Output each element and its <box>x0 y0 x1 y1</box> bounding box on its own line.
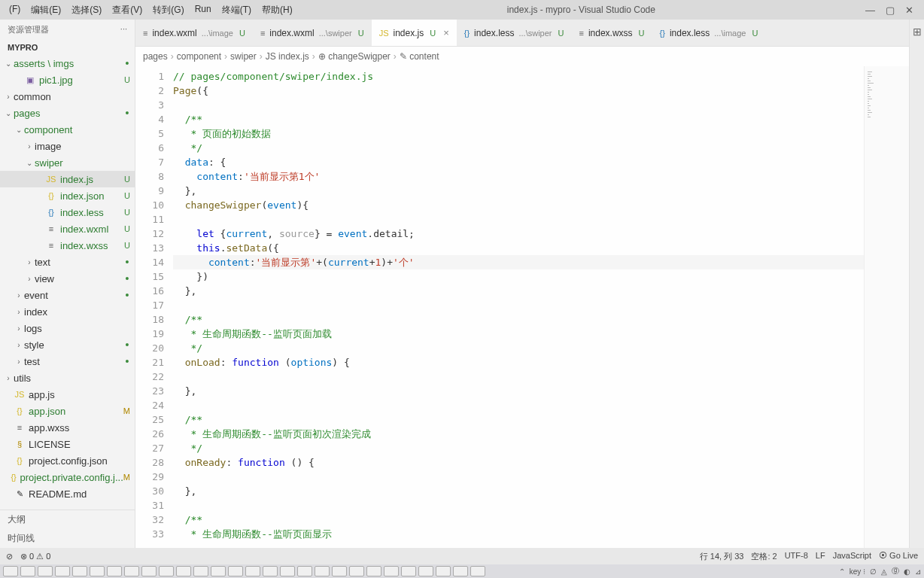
breadcrumb-item[interactable]: component <box>177 51 221 62</box>
file-item[interactable]: ≡app.wxss <box>0 419 135 436</box>
taskbar-app-icon[interactable] <box>280 566 295 576</box>
folder-item[interactable]: logs <box>0 320 135 336</box>
taskbar-app-icon[interactable] <box>159 566 174 576</box>
taskbar-app-icon[interactable] <box>263 566 278 576</box>
folder-item[interactable]: style• <box>0 336 135 353</box>
folder-item[interactable]: text• <box>0 254 135 270</box>
taskbar-app-icon[interactable] <box>470 566 485 576</box>
file-item[interactable]: {}index.jsonU <box>0 187 135 204</box>
code-editor[interactable]: 1234567891011121314151617181920212223242… <box>135 66 909 548</box>
taskbar-app-icon[interactable] <box>72 566 87 576</box>
taskbar-app-icon[interactable] <box>211 566 226 576</box>
outline-section[interactable]: 大纲 <box>0 510 135 529</box>
minimap[interactable]: ▬▬▬▬▬▬▬▬▬▬▬▬▬▬▬▬▬▬▬▬▬▬▬▬▬▬▬▬▬▬▬▬▬▬▬▬▬▬▬▬… <box>864 66 909 548</box>
folder-item[interactable]: event• <box>0 287 135 303</box>
editor-tab[interactable]: ≡index.wxml...\imageU <box>135 20 253 47</box>
file-item[interactable]: ✎README.md <box>0 485 135 502</box>
taskbar-app-icon[interactable] <box>176 566 191 576</box>
folder-item[interactable]: pages• <box>0 105 135 121</box>
file-item[interactable]: {}project.config.json <box>0 452 135 469</box>
breadcrumb-item[interactable]: ✎ content <box>400 51 439 62</box>
taskbar-app-icon[interactable] <box>436 566 451 576</box>
taskbar-app-icon[interactable] <box>418 566 433 576</box>
menu-item[interactable]: Run <box>190 2 216 18</box>
folder-item[interactable]: view• <box>0 270 135 287</box>
file-item[interactable]: ≡index.wxmlU <box>0 221 135 237</box>
file-item[interactable]: ≡index.wxssU <box>0 237 135 254</box>
breadcrumb-item[interactable]: swiper <box>230 51 257 62</box>
editor-tab[interactable]: JSindex.jsU× <box>372 20 457 47</box>
more-icon[interactable]: ··· <box>120 24 127 35</box>
menu-item[interactable]: 选择(S) <box>67 2 106 18</box>
menu-item[interactable]: 转到(G) <box>148 2 188 18</box>
project-name[interactable]: MYPRO <box>0 40 135 55</box>
tray-icon[interactable]: ⊿ <box>915 567 921 576</box>
breadcrumb-item[interactable]: JS index.js <box>266 51 309 62</box>
editor-tab[interactable]: {}index.less...\swiperU <box>457 20 572 47</box>
taskbar-app-icon[interactable] <box>141 566 157 576</box>
taskbar-app-icon[interactable] <box>245 566 260 576</box>
status-item[interactable]: ⦿ Go Live <box>879 551 918 562</box>
menu-item[interactable]: 查看(V) <box>108 2 147 18</box>
taskbar-app-icon[interactable] <box>453 566 468 576</box>
status-item[interactable]: 空格: 2 <box>751 551 777 562</box>
status-item[interactable]: JavaScript <box>833 551 871 562</box>
taskbar-app-icon[interactable] <box>38 566 53 576</box>
file-item[interactable]: {}index.lessU <box>0 204 135 221</box>
tray-icon[interactable]: ◐ <box>904 567 910 576</box>
taskbar-app-icon[interactable] <box>193 566 208 576</box>
folder-item[interactable]: common <box>0 88 135 105</box>
tray-icon[interactable]: ∅ <box>870 567 877 576</box>
folder-item[interactable]: swiper <box>0 154 135 171</box>
taskbar-app-icon[interactable] <box>20 566 35 576</box>
file-item[interactable]: §LICENSE <box>0 436 135 452</box>
status-item[interactable]: ⊗ 0 ⚠ 0 <box>20 552 50 561</box>
folder-item[interactable]: test• <box>0 353 135 370</box>
timeline-section[interactable]: 时间线 <box>0 529 135 548</box>
editor-tab[interactable]: ≡index.wxml...\swiperU <box>253 20 372 47</box>
menu-item[interactable]: (F) <box>5 2 25 18</box>
tray-icon[interactable]: ⓖ <box>892 566 899 576</box>
file-item[interactable]: JSindex.jsU <box>0 171 135 187</box>
folder-item[interactable]: utils <box>0 370 135 386</box>
taskbar-app-icon[interactable] <box>315 566 330 576</box>
menu-item[interactable]: 编辑(E) <box>26 2 65 18</box>
tab-close-icon[interactable]: × <box>443 27 449 38</box>
file-item[interactable]: ▣pic1.jpgU <box>0 71 135 88</box>
minimize-icon[interactable]: — <box>865 5 875 16</box>
folder-item[interactable]: component <box>0 121 135 138</box>
split-editor-icon[interactable]: ⊞ <box>913 26 922 38</box>
close-icon[interactable]: ✕ <box>905 5 913 16</box>
folder-item[interactable]: index <box>0 303 135 320</box>
tray-icon[interactable]: ◬ <box>881 567 887 576</box>
status-item[interactable]: UTF-8 <box>785 551 808 562</box>
file-item[interactable]: {}project.private.config.j...M <box>0 469 135 485</box>
status-item[interactable]: LF <box>816 551 825 562</box>
status-item[interactable]: ⊘ <box>6 552 13 561</box>
taskbar-app-icon[interactable] <box>124 566 139 576</box>
folder-item[interactable]: image <box>0 138 135 154</box>
status-item[interactable]: 行 14, 列 33 <box>700 551 744 562</box>
taskbar-app-icon[interactable] <box>332 566 347 576</box>
tray-icon[interactable]: key ⁝ <box>850 567 865 576</box>
taskbar-app-icon[interactable] <box>366 566 381 576</box>
taskbar-app-icon[interactable] <box>297 566 312 576</box>
menu-item[interactable]: 终端(T) <box>217 2 256 18</box>
code-content[interactable]: // pages/component/swiper/index.jsPage({… <box>173 66 864 548</box>
breadcrumb-item[interactable]: ⊕ changeSwigper <box>318 51 391 62</box>
taskbar-app-icon[interactable] <box>349 566 364 576</box>
editor-tab[interactable]: {}index.less...\imageU <box>652 20 766 47</box>
taskbar-app-icon[interactable] <box>55 566 70 576</box>
file-item[interactable]: JSapp.js <box>0 386 135 403</box>
taskbar-app-icon[interactable] <box>401 566 416 576</box>
breadcrumb-item[interactable]: pages <box>143 51 168 62</box>
folder-item[interactable]: asserts \ imgs• <box>0 55 135 71</box>
menu-item[interactable]: 帮助(H) <box>257 2 297 18</box>
taskbar-app-icon[interactable] <box>107 566 122 576</box>
editor-tab[interactable]: ≡index.wxssU <box>571 20 652 47</box>
tray-icon[interactable]: ⌃ <box>839 567 845 576</box>
taskbar-app-icon[interactable] <box>228 566 243 576</box>
file-item[interactable]: {}app.jsonM <box>0 403 135 419</box>
taskbar-app-icon[interactable] <box>3 566 18 576</box>
taskbar-app-icon[interactable] <box>90 566 105 576</box>
